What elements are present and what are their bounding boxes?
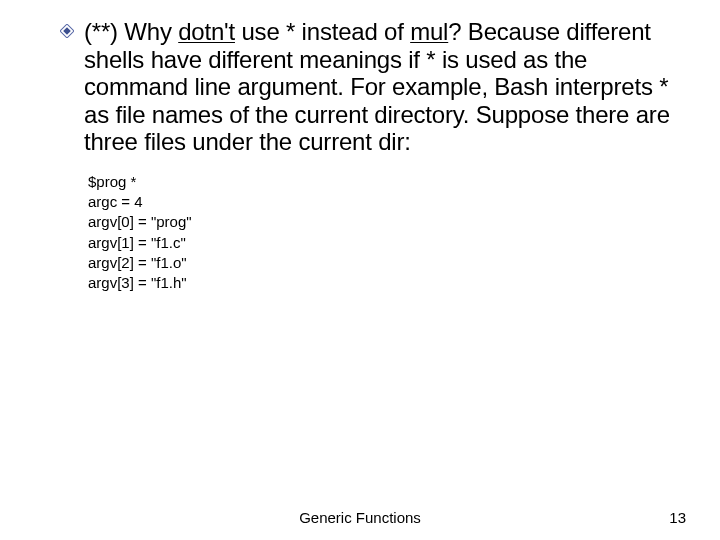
footer-title: Generic Functions (0, 509, 720, 526)
diamond-bullet-icon (60, 24, 74, 42)
code-line: $prog * (88, 172, 680, 192)
text-span: (**) Why (84, 18, 178, 45)
text-underlined-word: mul (410, 18, 448, 45)
code-block: $prog * argc = 4 argv[0] = "prog" argv[1… (88, 172, 680, 294)
bullet-item: (**) Why dotn't use * instead of mul? Be… (60, 18, 680, 156)
content-block: (**) Why dotn't use * instead of mul? Be… (60, 18, 680, 293)
svg-rect-1 (63, 27, 71, 35)
code-line: argc = 4 (88, 192, 680, 212)
text-underlined-word: dotn't (178, 18, 235, 45)
code-line: argv[0] = "prog" (88, 212, 680, 232)
page-number: 13 (669, 509, 686, 526)
text-span: use * instead of (235, 18, 410, 45)
bullet-text: (**) Why dotn't use * instead of mul? Be… (84, 18, 680, 156)
code-line: argv[1] = "f1.c" (88, 233, 680, 253)
slide: (**) Why dotn't use * instead of mul? Be… (0, 0, 720, 540)
code-line: argv[3] = "f1.h" (88, 273, 680, 293)
code-line: argv[2] = "f1.o" (88, 253, 680, 273)
